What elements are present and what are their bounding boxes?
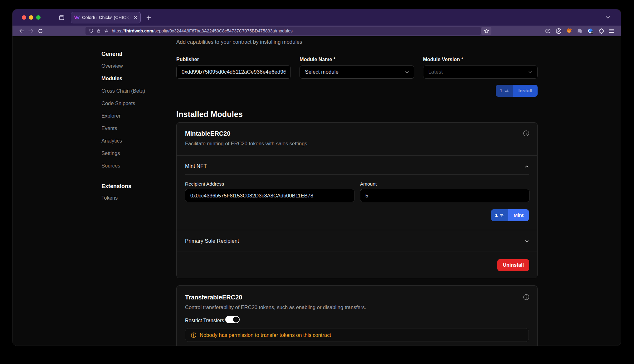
sidebar-item-tokens[interactable]: Tokens [101, 195, 172, 207]
window-controls [22, 15, 41, 20]
url-bar[interactable]: https://thirdweb.com/sepolia/0x3244A9F67… [85, 27, 481, 35]
close-window-button[interactable] [22, 15, 26, 20]
restrict-transfers-toggle[interactable] [225, 316, 239, 323]
install-button[interactable]: Install [513, 85, 538, 97]
contract-sidebar: General Overview Modules Cross Chain (Be… [101, 51, 172, 207]
toolbar-extensions [544, 27, 615, 35]
account-icon[interactable] [555, 27, 562, 35]
module-version-select[interactable]: Latest [423, 66, 538, 79]
module-name-value: Select module [305, 69, 339, 75]
shield-icon[interactable] [89, 28, 94, 33]
sidebar-item-events[interactable]: Events [101, 125, 172, 138]
close-tab-icon[interactable] [134, 16, 137, 19]
sidebar-item-modules[interactable]: Modules [101, 75, 172, 88]
swap-arrows-icon [504, 89, 509, 93]
tab-title: Colorful Chicks (CHICK) | Sepoli [82, 15, 131, 20]
publisher-input[interactable] [176, 66, 291, 79]
lock-icon[interactable] [96, 28, 101, 33]
url-path: /sepolia/0x3244A9F67ba3A22450C8c54737C70… [153, 28, 293, 33]
recipient-address-label: Recipient Address [185, 181, 224, 187]
extensions-puzzle-icon[interactable] [597, 27, 605, 35]
sidebar-item-analytics[interactable]: Analytics [101, 138, 172, 150]
url-protocol: https:// [112, 28, 125, 33]
sidebar-item-explorer[interactable]: Explorer [101, 113, 172, 125]
page-content: Add capabilities to your contract by ins… [12, 36, 621, 346]
module-card-description: Control transferability of ERC20 tokens,… [185, 304, 366, 310]
browser-tab[interactable]: Colorful Chicks (CHICK) | Sepoli [71, 12, 141, 23]
install-split-button: 1 Install [496, 85, 538, 97]
sidebar-item-settings[interactable]: Settings [101, 150, 172, 163]
module-name-field-group: Module Name * Select module [300, 57, 414, 79]
mint-nft-label: Mint NFT [185, 163, 207, 169]
install-module-form: Publisher Module Name * Select module Mo… [176, 57, 538, 79]
primary-sale-recipient-section-toggle[interactable]: Primary Sale Recipient [185, 232, 529, 250]
chevron-down-icon [528, 71, 532, 74]
tab-overflow-chevron-icon[interactable] [606, 16, 610, 19]
uninstall-button[interactable]: Uninstall [497, 259, 529, 271]
publisher-label: Publisher [176, 57, 291, 62]
menu-hamburger-icon[interactable] [608, 27, 615, 35]
phantom-ghost-icon[interactable] [576, 27, 583, 35]
thirdweb-favicon-icon [74, 15, 80, 20]
sidebar-item-sources[interactable]: Sources [101, 163, 172, 175]
mint-count-value: 1 [495, 212, 498, 218]
tab-manager-icon[interactable] [59, 15, 65, 21]
module-card-title: MintableERC20 [185, 130, 231, 137]
amount-input[interactable] [360, 189, 529, 202]
module-name-select[interactable]: Select module [300, 66, 414, 79]
privacy-badger-icon[interactable] [587, 27, 594, 35]
chevron-up-icon [525, 165, 529, 168]
module-version-field-group: Module Version * Latest [423, 57, 538, 79]
module-card-description: Facilitate minting of ERC20 tokens with … [185, 141, 307, 147]
install-tx-count: 1 [496, 85, 513, 97]
install-count-value: 1 [500, 88, 503, 94]
tab-bar: Colorful Chicks (CHICK) | Sepoli [12, 9, 621, 26]
minimize-window-button[interactable] [29, 15, 33, 20]
recipient-address-input[interactable] [185, 189, 354, 202]
sidebar-item-overview[interactable]: Overview [101, 63, 172, 75]
mint-nft-section-toggle[interactable]: Mint NFT [185, 159, 529, 173]
publisher-field-group: Publisher [176, 57, 291, 79]
chevron-down-icon [405, 71, 409, 74]
back-icon[interactable] [17, 27, 26, 35]
installed-modules-heading: Installed Modules [176, 110, 243, 119]
module-card-title: TransferableERC20 [185, 294, 242, 301]
zoom-window-button[interactable] [36, 15, 41, 20]
permissions-icon[interactable] [104, 29, 109, 33]
sidebar-header-general: General [101, 51, 172, 63]
warning-text: Nobody has permission to transfer tokens… [200, 332, 331, 338]
sidebar-item-code-snippets[interactable]: Code Snippets [101, 100, 172, 113]
toggle-knob [232, 316, 240, 323]
amount-label: Amount [360, 181, 377, 187]
info-icon[interactable] [523, 130, 529, 137]
permission-warning-banner: Nobody has permission to transfer tokens… [185, 328, 529, 342]
mint-button[interactable]: Mint [508, 209, 529, 221]
mint-split-button: 1 Mint [491, 209, 529, 221]
bookmark-star-icon[interactable] [481, 27, 491, 35]
module-version-label: Module Version * [423, 57, 538, 62]
alert-icon [191, 332, 197, 338]
swap-arrows-icon [500, 213, 504, 217]
metamask-icon[interactable] [565, 27, 573, 35]
info-icon[interactable] [523, 294, 529, 300]
transferable-erc20-card: TransferableERC20 Control transferabilit… [176, 285, 538, 346]
pocket-icon[interactable] [544, 27, 552, 35]
chevron-down-icon [525, 240, 529, 243]
sidebar-header-extensions: Extensions [101, 183, 172, 195]
url-domain: thirdweb.com [125, 28, 153, 33]
reload-icon[interactable] [36, 27, 45, 35]
modules-intro-text: Add capabilities to your contract by ins… [176, 39, 302, 45]
primary-sale-recipient-label: Primary Sale Recipient [185, 238, 239, 244]
navigation-toolbar: https://thirdweb.com/sepolia/0x3244A9F67… [12, 26, 621, 36]
new-tab-button[interactable] [146, 15, 151, 20]
restrict-transfers-label: Restrict Transfers [185, 318, 224, 323]
url-text[interactable]: https://thirdweb.com/sepolia/0x3244A9F67… [112, 28, 293, 33]
mint-tx-count: 1 [491, 209, 509, 221]
forward-icon[interactable] [26, 27, 36, 35]
mintable-erc20-card: MintableERC20 Facilitate minting of ERC2… [176, 122, 538, 278]
module-name-label: Module Name * [300, 57, 414, 62]
module-version-value: Latest [428, 69, 443, 75]
sidebar-item-cross-chain[interactable]: Cross Chain (Beta) [101, 88, 172, 100]
browser-window: Colorful Chicks (CHICK) | Sepoli [12, 9, 621, 346]
